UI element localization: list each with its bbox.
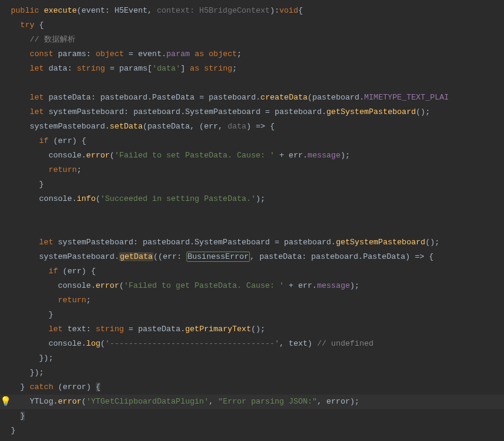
param-data-faded: data bbox=[228, 122, 246, 131]
keyword-let: let bbox=[30, 64, 43, 73]
string-fail-get: 'Failed to get PasteData. Cause: ' bbox=[124, 281, 284, 290]
param-err: err bbox=[204, 122, 218, 131]
fn-createdata: createData bbox=[261, 93, 308, 102]
string-data-key: 'data' bbox=[152, 64, 180, 73]
id-error: error bbox=[63, 382, 86, 392]
fn-console-info: info bbox=[77, 194, 95, 203]
ns-pasteboard: pasteboard bbox=[100, 93, 147, 102]
keyword-catch: catch bbox=[30, 382, 53, 392]
fn-ytlog-error: error bbox=[58, 397, 81, 406]
fn-setdata: setData bbox=[110, 122, 143, 131]
id-params: params bbox=[58, 49, 86, 59]
string-plugin: 'YTGetClipboardDataPlugin' bbox=[86, 397, 209, 406]
type-h5event: H5Event bbox=[115, 6, 148, 15]
param-event: event bbox=[81, 6, 105, 15]
id-text: text bbox=[68, 325, 86, 334]
id-console: console bbox=[48, 151, 81, 160]
type-string: string bbox=[77, 64, 105, 73]
fn-getdata-highlighted: getData bbox=[119, 252, 153, 261]
string-success: 'Succeeded in setting PasteData.' bbox=[100, 194, 255, 203]
id-ytlog: YTLog bbox=[30, 397, 53, 406]
id-pastedata: pasteData bbox=[48, 93, 91, 102]
closing-brace-catch: } bbox=[21, 411, 25, 420]
comment-parse: // 数据解析 bbox=[30, 35, 75, 44]
type-void: void bbox=[279, 6, 298, 15]
string-dashes: '-----------------------------------' bbox=[105, 339, 279, 348]
id-data: data bbox=[48, 64, 67, 73]
param-context: context bbox=[157, 6, 190, 15]
code-editor[interactable]: public execute(event: H5Event, context: … bbox=[0, 0, 504, 438]
type-pastedata: PasteData bbox=[152, 93, 194, 102]
fn-getprimarytext: getPrimaryText bbox=[185, 325, 251, 334]
keyword-as: as bbox=[194, 49, 204, 59]
fn-console-log: log bbox=[86, 339, 100, 348]
type-systempasteboard: SystemPasteboard bbox=[185, 107, 261, 116]
fn-getsystempasteboard: getSystemPasteboard bbox=[327, 107, 416, 116]
id-systempasteboard: systemPasteboard bbox=[48, 107, 124, 116]
keyword-public: public bbox=[11, 6, 39, 15]
keyword-return: return bbox=[48, 165, 77, 174]
keyword-try: try bbox=[21, 21, 34, 30]
keyword-if: if bbox=[39, 136, 49, 145]
type-object: object bbox=[95, 49, 124, 59]
method-execute: execute bbox=[44, 6, 77, 15]
prop-message: message bbox=[308, 151, 341, 160]
string-fail-set: 'Failed to set PasteData. Cause: ' bbox=[115, 151, 275, 160]
prop-param: param bbox=[167, 49, 190, 59]
type-businesserror-boxed: BusinessError bbox=[187, 252, 250, 262]
lightbulb-icon[interactable]: 💡 bbox=[0, 397, 11, 407]
id-event: event bbox=[138, 49, 162, 59]
type-h5bridgecontext: H5BridgeContext bbox=[199, 6, 270, 15]
prop-mimetype: MIMETYPE_TEXT_PLAI bbox=[364, 93, 448, 102]
string-errjson: "Error parsing JSON:" bbox=[218, 397, 317, 406]
keyword-const: const bbox=[30, 49, 53, 59]
fn-console-error: error bbox=[86, 151, 110, 160]
comment-undefined: // undefined bbox=[317, 339, 374, 348]
